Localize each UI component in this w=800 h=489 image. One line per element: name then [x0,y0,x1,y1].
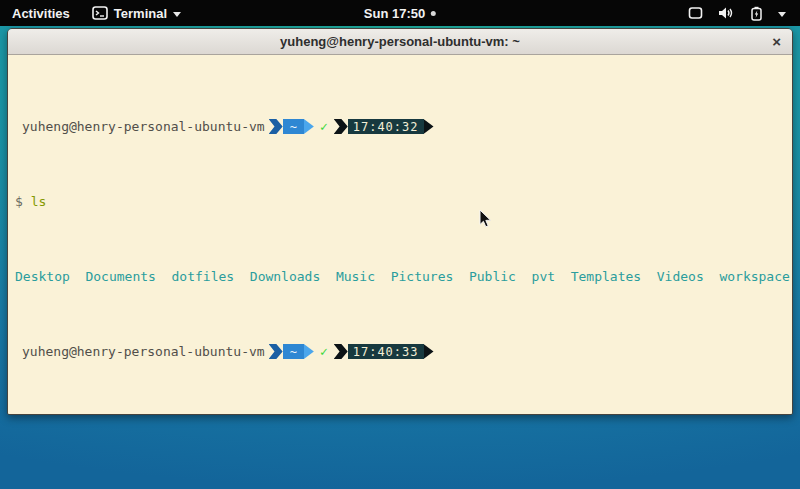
close-button[interactable]: × [772,29,781,54]
clock-button[interactable]: Sun 17:50 [364,0,436,26]
terminal-content[interactable]: yuheng@henry-personal-ubuntu-vm ~ ✓ 17:4… [8,55,792,414]
powerline-separator-icon [269,119,283,134]
top-bar: Activities Terminal Sun 17:50 [0,0,800,26]
volume-icon [718,6,735,20]
user-host: yuheng@henry-personal-ubuntu-vm [15,119,265,134]
time-segment: 17:40:33 [348,344,424,359]
powerline-arrow-icon [304,119,314,134]
powerline-arrow-icon [424,119,434,134]
screen-icon [688,6,703,20]
app-menu-label: Terminal [114,6,167,21]
prompt-symbol: $ [15,194,23,209]
caret-down-icon [778,12,786,17]
cwd-segment: ~ [283,119,304,134]
powerline-arrow-icon [304,344,314,359]
status-check-icon: ✓ [320,344,328,359]
app-menu-terminal[interactable]: Terminal [82,0,191,26]
time-segment: 17:40:32 [348,119,424,134]
powerline-separator-icon [334,119,348,134]
clock-label: Sun 17:50 [364,6,425,21]
mouse-cursor-icon [479,209,492,232]
user-host: yuheng@henry-personal-ubuntu-vm [15,344,265,359]
powerline-separator-icon [334,344,348,359]
caret-down-icon [173,12,181,17]
powerline-separator-icon [269,344,283,359]
activities-button[interactable]: Activities [0,0,82,26]
system-tray[interactable] [688,0,800,26]
notification-dot-icon [431,11,436,16]
cwd-segment: ~ [283,344,304,359]
prompt-line: yuheng@henry-personal-ubuntu-vm ~ ✓ 17:4… [15,344,792,359]
terminal-icon [92,6,108,20]
ls-output: Desktop Documents dotfiles Downloads Mus… [15,269,792,284]
battery-charging-icon [750,6,763,21]
window-title: yuheng@henry-personal-ubuntu-vm: ~ [280,34,520,49]
status-check-icon: ✓ [320,119,328,134]
desktop: Activities Terminal Sun 17:50 [0,0,800,489]
powerline-arrow-icon [424,344,434,359]
command-line: $ ls [15,194,792,209]
prompt-line: yuheng@henry-personal-ubuntu-vm ~ ✓ 17:4… [15,119,792,134]
powerline-prompt: ~ ✓ 17:40:32 [269,119,434,134]
command-text: ls [31,194,47,209]
terminal-window: yuheng@henry-personal-ubuntu-vm: ~ × yuh… [7,28,793,415]
powerline-prompt: ~ ✓ 17:40:33 [269,344,434,359]
titlebar[interactable]: yuheng@henry-personal-ubuntu-vm: ~ × [8,29,792,55]
